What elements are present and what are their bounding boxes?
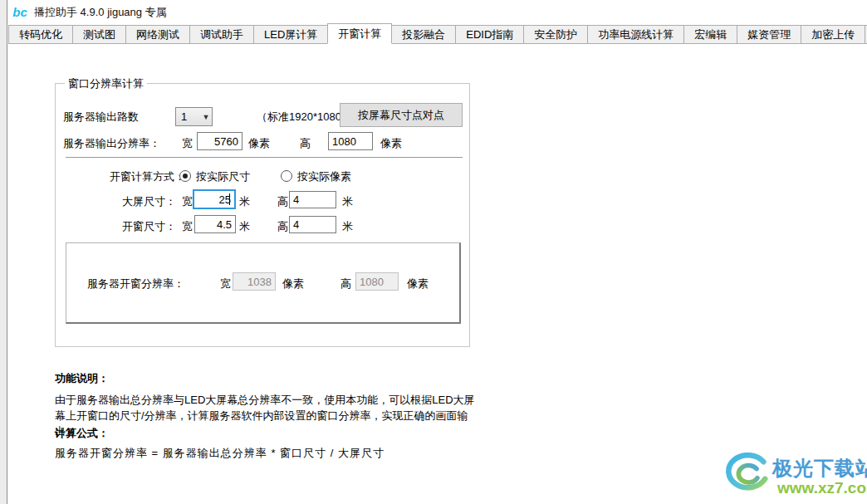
site-watermark: 极光下载站 www.xz7.com [714,450,867,500]
result-width-input [233,272,276,291]
tab-media-manage[interactable]: 媒资管理 [737,25,801,43]
tab-bar: 转码优化 测试图 网络测试 调试助手 LED屏计算 开窗计算 投影融合 EDID… [8,25,867,44]
radio-by-actual-size-label[interactable]: 按实际尺寸 [196,169,250,184]
tab-encrypt-upload[interactable]: 加密上传 [801,25,865,43]
app-window: bc 播控助手 4.9.0 jiguang 专属 转码优化 测试图 网络测试 调… [8,0,867,504]
result-height-label: 高 [340,276,351,291]
background-window-edge [0,0,7,504]
result-height-unit: 像素 [407,276,429,291]
app-logo-icon: bc [12,5,28,20]
point-to-point-button[interactable]: 按屏幕尺寸点对点 [340,103,463,127]
window-width-unit: 米 [239,219,250,234]
tab-edid-guide[interactable]: EDID指南 [455,25,524,43]
output-channels-value: 1 [176,110,200,123]
result-label: 服务器开窗分辨率： [87,276,184,291]
result-width-unit: 像素 [282,276,304,291]
radio-by-actual-pixel[interactable] [281,170,292,182]
output-width-label: 宽 [182,136,193,151]
tab-test-pattern[interactable]: 测试图 [72,25,126,43]
tab-led-screen-calc[interactable]: LED屏计算 [253,25,328,43]
tab-transcode-optimize[interactable]: 转码优化 [8,25,73,43]
screen-width-label: 宽 [182,194,193,209]
function-heading: 功能说明： [55,371,109,386]
screen: bc 播控助手 4.9.0 jiguang 专属 转码优化 测试图 网络测试 调… [0,0,867,504]
titlebar: bc 播控助手 4.9.0 jiguang 专属 [8,0,867,24]
tab-debug-assistant[interactable]: 调试助手 [189,25,254,43]
output-resolution-label: 服务器输出分辨率： [63,136,160,151]
result-panel: 服务器开窗分辨率： 宽 像素 高 像素 [66,242,461,324]
output-width-unit: 像素 [248,136,270,151]
groupbox-title: 窗口分辨率计算 [65,76,147,91]
tab-window-calc[interactable]: 开窗计算 [327,23,392,44]
separator-line [66,157,463,158]
window-title: 播控助手 4.9.0 jiguang 专属 [34,5,167,20]
output-height-input[interactable] [328,132,373,150]
window-height-label: 高 [277,219,288,234]
screen-size-label: 大屏尺寸： [122,194,176,209]
tab-projection-blend[interactable]: 投影融合 [391,25,456,43]
result-height-input [355,272,399,291]
calc-mode-label: 开窗计算方式： [110,169,185,184]
text-caret [229,193,230,205]
window-resolution-groupbox: 窗口分辨率计算 服务器输出路数 1 ▼ （标准1920*1080） 按屏幕尺寸点… [55,83,470,347]
window-width-input[interactable] [194,215,236,233]
radio-by-actual-size[interactable] [179,170,191,182]
window-height-unit: 米 [342,219,353,234]
tab-macro-editor[interactable]: 宏编辑 [683,25,737,43]
output-width-input[interactable] [197,132,242,150]
chevron-down-icon: ▼ [200,113,212,121]
screen-height-unit: 米 [342,194,353,209]
function-description: 由于服务器输出总分辨率与LED大屏幕总分辨率不一致，使用本功能，可以根据LED大… [55,392,480,439]
window-height-input[interactable] [289,216,336,233]
watermark-site-name: 极光下载站 [772,455,867,482]
result-width-label: 宽 [220,276,231,291]
tab-power-cable-calc[interactable]: 功率电源线计算 [587,25,684,43]
tab-network-test[interactable]: 网络测试 [125,25,190,43]
output-channels-select[interactable]: 1 ▼ [175,107,213,126]
standard-resolution-note: （标准1920*1080） [257,110,352,125]
formula-text: 服务器开窗分辨率 = 服务器输出总分辨率 * 窗口尺寸 / 大屏尺寸 [55,446,385,461]
output-channels-label: 服务器输出路数 [63,110,139,125]
watermark-site-url: www.xz7.com [777,479,867,497]
radio-by-actual-pixel-label[interactable]: 按实际像素 [297,169,351,184]
window-width-label: 宽 [182,219,193,234]
window-size-label: 开窗尺寸： [122,219,176,234]
output-height-label: 高 [300,136,311,151]
screen-width-unit: 米 [239,194,250,209]
formula-heading: 计算公式： [55,426,109,441]
screen-height-label: 高 [277,194,288,209]
swirl-logo-icon [721,453,771,497]
output-height-unit: 像素 [380,136,402,151]
screen-height-input[interactable] [289,191,336,208]
tab-security-protect[interactable]: 安全防护 [523,25,588,43]
